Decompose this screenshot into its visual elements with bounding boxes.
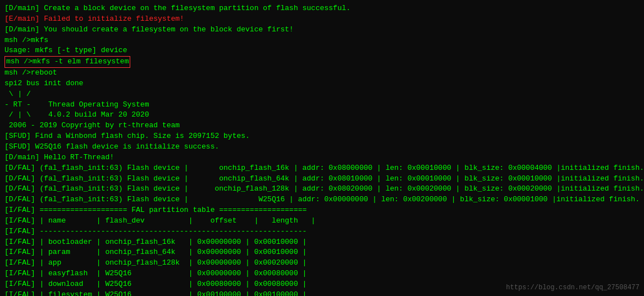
line-5: Usage: mkfs [-t type] device	[4, 45, 640, 56]
line-25: [I/FAL] | app | onchip_flash_128k | 0x00…	[4, 258, 640, 269]
line-26: [I/FAL] | easyflash | W25Q16 | 0x0000000…	[4, 269, 640, 279]
line-7: msh />reboot	[4, 68, 640, 78]
line-23: [I/FAL] | bootloader | onchip_flash_16k …	[4, 237, 640, 248]
line-9: \ | /	[4, 89, 640, 100]
watermark: https://blog.csdn.net/qq_27508477	[506, 283, 640, 293]
line-2: [E/main] Failed to initialize filesystem…	[4, 14, 640, 25]
line-21: [I/FAL] | name | flash_dev | offset | le…	[4, 216, 640, 226]
line-18: [D/FAL] (fal_flash_init:63) Flash device…	[4, 184, 640, 195]
line-10: - RT - Thread Operating System	[4, 100, 640, 110]
line-20: [I/FAL] ==================== FAL partiti…	[4, 205, 640, 216]
line-17: [D/FAL] (fal_flash_init:63) Flash device…	[4, 174, 640, 184]
line-4: msh />mkfs	[4, 35, 640, 46]
terminal: [D/main] Create a block device on the fi…	[0, 0, 644, 296]
line-24: [I/FAL] | param | onchip_flash_64k | 0x0…	[4, 247, 640, 258]
line-14: [SFUD] W25Q16 flash device is initialize…	[4, 142, 640, 152]
line-8: spi2 bus init done	[4, 78, 640, 89]
line-12: 2006 - 2019 Copyright by rt-thread team	[4, 121, 640, 131]
line-13: [SFUD] Find a Winbond flash chip. Size i…	[4, 131, 640, 142]
line-1: [D/main] Create a block device on the fi…	[4, 3, 640, 14]
line-19: [D/FAL] (fal_flash_init:63) Flash device…	[4, 195, 640, 205]
line-3: [D/main] You should create a filesystem …	[4, 25, 640, 35]
line-6-highlight: msh />mkfs -t elm filesystem	[4, 56, 640, 68]
line-22: [I/FAL] --------------------------------…	[4, 226, 640, 237]
line-16: [D/FAL] (fal_flash_init:63) Flash device…	[4, 163, 640, 174]
line-15: [D/main] Hello RT-Thread!	[4, 152, 640, 163]
line-11: / | \ 4.0.2 build Mar 20 2020	[4, 110, 640, 121]
highlight-box: msh />mkfs -t elm filesystem	[4, 56, 130, 68]
